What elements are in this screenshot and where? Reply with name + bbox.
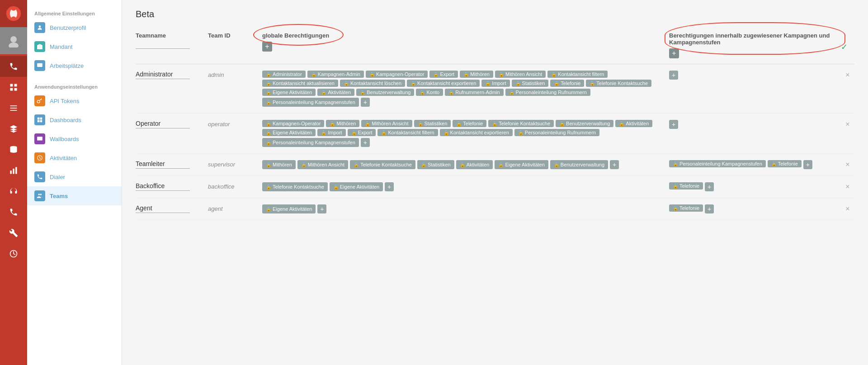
sidebar-item-arbeitsplaetze[interactable]: Arbeitsplätze: [27, 56, 122, 75]
section-app-title: Anwendungseinstellungen: [27, 81, 122, 91]
svg-rect-22: [40, 120, 42, 123]
perm-badge: 🔒 Eigene Aktivitäten: [262, 89, 316, 96]
section-general-title: Allgemeine Einstellungen: [27, 7, 122, 18]
sidebar-item-label: Benutzerprofil: [50, 24, 86, 31]
global-permissions-header-col: globale Berechtigungen +: [262, 32, 669, 52]
layers-sidebar-icon[interactable]: [0, 119, 27, 139]
col-teamname-header: Teamname: [136, 32, 166, 39]
svg-rect-11: [10, 171, 12, 174]
add-operator-campaign-button[interactable]: +: [669, 120, 678, 129]
list-sidebar-icon[interactable]: [0, 98, 27, 119]
main-content: Beta Teamname Team ID globale Berechtigu…: [122, 0, 868, 365]
sidebar-item-teams[interactable]: Teams: [27, 186, 122, 205]
sidebar-item-mandant[interactable]: Mandant: [27, 37, 122, 56]
user-nav-icon: [34, 22, 45, 33]
team-name-text: Administrator: [136, 71, 190, 79]
add-agent-permission-button[interactable]: +: [317, 204, 326, 213]
perm-badge: 🔒 Rufnummern-Admin: [445, 89, 503, 96]
perm-badge: 🔒 Mithören Ansicht: [361, 120, 412, 127]
team-permissions-cell: 🔒 Mithören 🔒 Mithören Ansicht 🔒 Telefoni…: [262, 160, 669, 169]
database-sidebar-icon[interactable]: [0, 139, 27, 160]
add-teamleiter-campaign-button[interactable]: +: [803, 160, 812, 169]
perm-badge: 🔒 Kampagnen-Operator: [262, 120, 324, 127]
svg-rect-17: [37, 63, 42, 67]
sidebar-item-api-tokens[interactable]: API Tokens: [27, 91, 122, 110]
perm-badge: 🔒 Statistiken: [417, 160, 454, 169]
delete-operator-button[interactable]: ×: [845, 121, 849, 128]
app-logo[interactable]: [0, 0, 27, 27]
team-name-text: Operator: [136, 120, 190, 128]
headset-sidebar-icon[interactable]: [0, 181, 27, 202]
perm-badge: 🔒 Benutzerverwaltung: [550, 160, 608, 169]
delete-backoffice-button[interactable]: ×: [845, 183, 849, 190]
sidebar-item-label: API Tokens: [50, 98, 80, 104]
add-operator-permission-button[interactable]: +: [361, 138, 370, 147]
add-backoffice-campaign-button[interactable]: +: [705, 182, 714, 191]
perm-badge: 🔒 Kontaktansicht löschen: [340, 80, 405, 87]
perm-badge: 🔒 Aktivitäten: [615, 120, 652, 127]
sidebar-item-label: Teams: [50, 193, 68, 199]
svg-rect-21: [38, 120, 40, 123]
sidebar-item-dialer[interactable]: Dialer: [27, 167, 122, 186]
perm-badge: 🔒 Import: [481, 80, 509, 87]
svg-rect-4: [14, 84, 17, 87]
user-avatar[interactable]: [0, 27, 27, 54]
perm-badge: 🔒 Personaleinteilung Kampagnenstufen: [669, 160, 766, 167]
add-admin-permission-button[interactable]: +: [361, 98, 370, 107]
perm-badge: 🔒 Export: [348, 129, 376, 136]
team-permissions-cell: 🔒 Administrator 🔒 Kampagnen-Admin 🔒 Kamp…: [262, 71, 669, 107]
sidebar-item-dashboards[interactable]: Dashboards: [27, 110, 122, 129]
delete-admin-button[interactable]: ×: [845, 71, 849, 79]
table-row: Operator operator 🔒 Kampagnen-Operator 🔒…: [136, 114, 854, 154]
phone2-sidebar-icon[interactable]: [0, 202, 27, 223]
add-campaign-permission-button[interactable]: +: [669, 48, 679, 58]
svg-rect-6: [14, 88, 17, 91]
add-backoffice-permission-button[interactable]: +: [385, 182, 394, 191]
delete-teamleiter-button[interactable]: ×: [845, 161, 849, 168]
team-action-cell: ×: [841, 160, 854, 168]
perm-badge: 🔒 Telefonie Kontaktsuche: [350, 160, 415, 169]
add-teamleiter-permission-button[interactable]: +: [610, 160, 619, 169]
phone-sidebar-icon[interactable]: [0, 56, 27, 77]
table-row: Backoffice backoffice 🔒 Telefonie Kontak…: [136, 176, 854, 198]
perm-badge: 🔒 Kontaktansicht exportieren: [440, 129, 513, 136]
clock-sidebar-icon[interactable]: [0, 243, 27, 264]
perm-badge: 🔒 Eigene Aktivitäten: [262, 204, 316, 213]
svg-point-26: [40, 194, 42, 195]
team-name-cell: Agent: [136, 204, 208, 213]
perm-badge: 🔒 Mithören: [460, 71, 493, 78]
team-action-cell: ×: [841, 204, 854, 213]
svg-rect-12: [13, 169, 14, 174]
team-campaign-cell: +: [669, 71, 841, 80]
perm-badge: 🔒 Kampagnen-Admin: [307, 71, 364, 78]
col-global-header: globale Berechtigungen: [262, 32, 329, 39]
activity-nav-icon: [34, 152, 45, 163]
team-action-cell: ×: [841, 182, 854, 190]
confirm-button[interactable]: ✓: [841, 42, 848, 52]
grid-sidebar-icon[interactable]: [0, 77, 27, 98]
perm-badge: 🔒 Benutzerverwaltung: [356, 89, 414, 96]
team-campaign-cell: 🔒 Telefonie +: [669, 204, 841, 213]
perm-badge: 🔒 Personaleinteilung Kampagnenstufen: [262, 138, 359, 147]
delete-agent-button[interactable]: ×: [845, 205, 849, 213]
key-nav-icon: [34, 95, 45, 106]
chart-sidebar-icon[interactable]: [0, 160, 27, 181]
sidebar-item-benutzerprofil[interactable]: Benutzerprofil: [27, 18, 122, 37]
perm-badge: 🔒 Kontaktansicht filtern: [547, 71, 608, 78]
tools-sidebar-icon[interactable]: [0, 223, 27, 243]
add-admin-campaign-button[interactable]: +: [669, 71, 678, 80]
page-title: Beta: [136, 9, 854, 19]
perm-badge: 🔒 Import: [317, 129, 345, 136]
team-name-cell: Administrator: [136, 71, 208, 79]
team-campaign-cell: 🔒 Personaleinteilung Kampagnenstufen 🔒 T…: [669, 160, 841, 169]
perm-badge: 🔒 Kontaktansicht exportieren: [407, 80, 480, 87]
perm-badge: 🔒 Personaleinteilung Kampagnenstufen: [262, 98, 359, 107]
perm-badge: 🔒 Mithören Ansicht: [297, 160, 348, 169]
sidebar-item-aktivitaeten[interactable]: Aktivitäten: [27, 148, 122, 167]
teamname-input-field[interactable]: [136, 42, 190, 49]
add-agent-campaign-button[interactable]: +: [705, 204, 714, 213]
team-name-text: Agent: [136, 204, 190, 213]
sidebar-item-wallboards[interactable]: Wallboards: [27, 129, 122, 148]
add-global-permission-button[interactable]: +: [262, 42, 272, 52]
svg-point-1: [10, 36, 17, 43]
